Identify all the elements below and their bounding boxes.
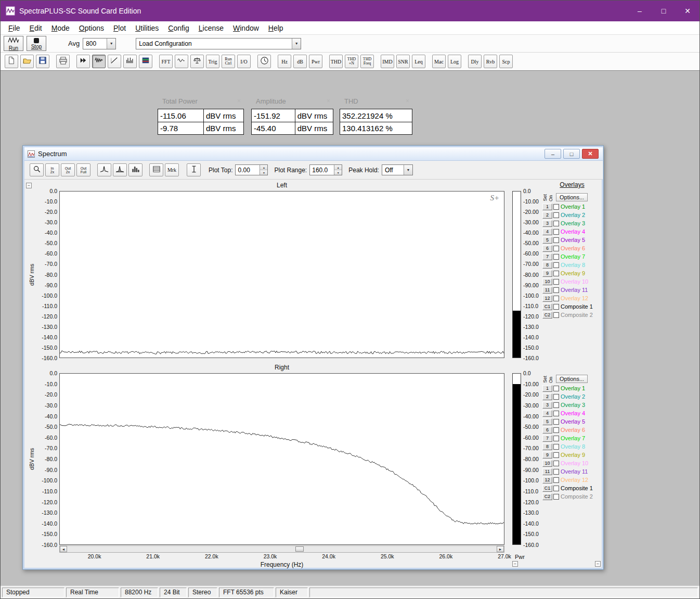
overlay-on-checkbox-1[interactable]: [553, 386, 559, 391]
overlay-on-checkbox-4[interactable]: [553, 411, 559, 416]
plot-top-input[interactable]: 0.00 ▲▼: [235, 164, 268, 175]
chevron-down-icon[interactable]: ▼: [107, 39, 115, 49]
panel-close-button[interactable]: ×: [327, 97, 330, 105]
chevron-down-icon[interactable]: ▼: [292, 39, 301, 49]
spectrum-toolbar-amplitude-cursor[interactable]: [187, 163, 201, 176]
menu-mode[interactable]: Mode: [47, 22, 74, 34]
menu-edit[interactable]: Edit: [25, 22, 47, 34]
toolbar-button-calibration[interactable]: [190, 55, 204, 68]
collapse-toggle[interactable]: −: [26, 183, 32, 188]
toolbar-button-logging[interactable]: Log: [448, 55, 461, 68]
overlay-on-checkbox-6[interactable]: [553, 427, 559, 433]
close-button[interactable]: ✕: [676, 1, 699, 21]
overlay-on-checkbox-7[interactable]: [553, 254, 559, 260]
peak-hold-select[interactable]: Off ▼: [382, 164, 413, 175]
overlay-on-checkbox-11[interactable]: [553, 287, 559, 293]
run-button[interactable]: Run: [4, 36, 23, 51]
overlay-on-checkbox-9[interactable]: [553, 271, 559, 276]
overlay-on-checkbox-3[interactable]: [553, 221, 559, 226]
overlay-on-checkbox-5[interactable]: [553, 419, 559, 425]
toolbar-button-new-document[interactable]: [5, 55, 18, 68]
overlay-on-checkbox-2[interactable]: [553, 212, 559, 218]
toolbar-button-units-pwr[interactable]: Pwr: [309, 55, 322, 68]
avg-select[interactable]: 800 ▼: [83, 38, 116, 49]
spectrum-toolbar-zoom-in-2x[interactable]: In 2x: [45, 163, 59, 176]
overlay-on-checkbox-C2[interactable]: [553, 312, 559, 318]
toolbar-button-thd[interactable]: THD: [329, 55, 343, 68]
frequency-scrollbar[interactable]: ◄ ►: [59, 545, 504, 553]
spectrum-minimize-button[interactable]: –: [545, 149, 561, 159]
toolbar-button-scope[interactable]: Scp: [499, 55, 513, 68]
panel-close-button[interactable]: ×: [406, 97, 409, 105]
configuration-select[interactable]: Load Configuration ▼: [136, 38, 301, 49]
toolbar-button-spectrogram-view[interactable]: [139, 55, 152, 68]
overlay-on-checkbox-11[interactable]: [553, 469, 559, 475]
scrollbar-thumb[interactable]: [295, 546, 304, 552]
overlay-on-checkbox-C1[interactable]: [553, 304, 559, 310]
spin-up-button[interactable]: ▲: [334, 165, 342, 170]
toolbar-button-print[interactable]: [56, 55, 70, 68]
spectrum-toolbar-bar-display[interactable]: [128, 163, 142, 176]
spectrum-maximize-button[interactable]: □: [563, 149, 580, 159]
toolbar-button-signal-generator[interactable]: [257, 55, 271, 68]
menu-options[interactable]: Options: [74, 22, 109, 34]
toolbar-button-thd-freq[interactable]: THDFreq: [360, 55, 374, 68]
spectrum-toolbar-filled-display[interactable]: [113, 163, 127, 176]
plot-range-input[interactable]: 160.0 ▲▼: [309, 164, 342, 175]
spin-up-button[interactable]: ▲: [260, 165, 267, 170]
menu-plot[interactable]: Plot: [109, 22, 131, 34]
toolbar-button-spectrum-view[interactable]: [123, 55, 137, 68]
scroll-right-arrow[interactable]: ►: [497, 546, 504, 552]
toolbar-button-units-db[interactable]: dB: [293, 55, 307, 68]
maximize-button[interactable]: □: [652, 1, 676, 21]
toolbar-button-fft-options[interactable]: FFT: [159, 55, 173, 68]
menu-license[interactable]: License: [194, 22, 228, 34]
toolbar-button-io-options[interactable]: I/O: [237, 55, 251, 68]
scroll-left-arrow[interactable]: ◄: [60, 546, 67, 552]
menu-utilities[interactable]: Utilities: [131, 22, 163, 34]
toolbar-button-thd-n[interactable]: THD+N: [345, 55, 358, 68]
menu-file[interactable]: File: [4, 22, 25, 34]
overlay-on-checkbox-8[interactable]: [553, 444, 559, 450]
menu-config[interactable]: Config: [163, 22, 193, 34]
toolbar-button-units-hz[interactable]: Hz: [278, 55, 291, 68]
toolbar-button-phase-view[interactable]: [108, 55, 121, 68]
minimize-button[interactable]: –: [628, 1, 652, 21]
overlay-on-checkbox-9[interactable]: [553, 452, 559, 458]
toolbar-button-snr[interactable]: SNR: [396, 55, 410, 68]
spectrum-toolbar-zoom-out-full[interactable]: Out Full: [76, 163, 90, 176]
toolbar-button-reverb[interactable]: Rvb: [484, 55, 497, 68]
toolbar-button-fast-forward[interactable]: [76, 55, 90, 68]
right-spectrum-plot[interactable]: [59, 373, 504, 545]
menu-help[interactable]: Help: [264, 22, 288, 34]
toolbar-button-leq[interactable]: Leq: [412, 55, 425, 68]
toolbar-button-save-file[interactable]: [36, 55, 49, 68]
overlay-on-checkbox-3[interactable]: [553, 402, 559, 408]
panel-close-button[interactable]: ×: [237, 97, 241, 105]
toolbar-button-averaging-options[interactable]: [175, 55, 188, 68]
overlays-options-button[interactable]: Options...: [556, 375, 588, 383]
overlay-on-checkbox-10[interactable]: [553, 279, 559, 285]
overlay-on-checkbox-10[interactable]: [553, 461, 559, 466]
menu-window[interactable]: Window: [228, 22, 264, 34]
chevron-down-icon[interactable]: ▼: [404, 165, 412, 175]
toolbar-button-delay[interactable]: Dly: [468, 55, 482, 68]
overlay-on-checkbox-2[interactable]: [553, 394, 559, 400]
overlay-on-checkbox-12[interactable]: [553, 296, 559, 301]
toolbar-button-open-file[interactable]: [20, 55, 34, 68]
spectrum-titlebar[interactable]: Spectrum – □ ✕: [24, 147, 603, 161]
toolbar-button-time-series-view[interactable]: [92, 55, 106, 68]
toolbar-button-trigger-options[interactable]: Trig: [206, 55, 219, 68]
stop-button[interactable]: Stop: [27, 36, 46, 51]
spectrum-toolbar-line-display[interactable]: [97, 163, 111, 176]
spin-down-button[interactable]: ▼: [334, 170, 342, 175]
overlay-on-checkbox-8[interactable]: [553, 262, 559, 268]
toolbar-button-imd[interactable]: IMD: [381, 55, 394, 68]
overlay-on-checkbox-7[interactable]: [553, 436, 559, 441]
overlay-on-checkbox-C2[interactable]: [553, 494, 559, 500]
collapse-toggle[interactable]: −: [512, 561, 518, 567]
spectrum-toolbar-zoom-out-2x[interactable]: Out 2x: [61, 163, 75, 176]
overlay-on-checkbox-6[interactable]: [553, 246, 559, 251]
overlay-on-checkbox-1[interactable]: [553, 204, 559, 210]
spectrum-toolbar-markers[interactable]: Mrk: [165, 163, 179, 176]
